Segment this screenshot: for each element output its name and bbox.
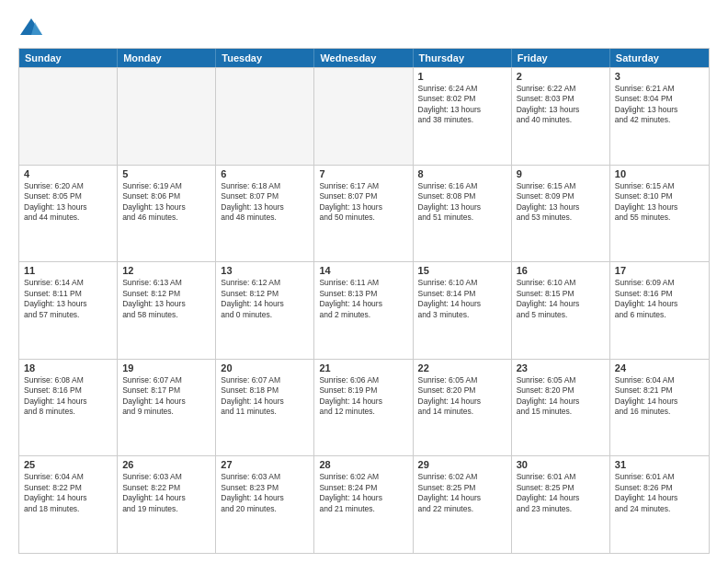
- day-info: Sunrise: 6:24 AM Sunset: 8:02 PM Dayligh…: [418, 84, 506, 126]
- calendar-cell: 10Sunrise: 6:15 AM Sunset: 8:10 PM Dayli…: [610, 166, 709, 262]
- calendar-header: SundayMondayTuesdayWednesdayThursdayFrid…: [19, 49, 709, 67]
- calendar-cell: [19, 68, 118, 165]
- day-number: 19: [122, 362, 210, 373]
- day-info: Sunrise: 6:05 AM Sunset: 8:20 PM Dayligh…: [517, 375, 605, 418]
- day-info: Sunrise: 6:20 AM Sunset: 8:05 PM Dayligh…: [24, 181, 112, 224]
- calendar-header-cell: Saturday: [610, 49, 709, 67]
- calendar-cell: 29Sunrise: 6:02 AM Sunset: 8:25 PM Dayli…: [414, 456, 512, 553]
- calendar-cell: 12Sunrise: 6:13 AM Sunset: 8:12 PM Dayli…: [118, 262, 216, 359]
- calendar-cell: 18Sunrise: 6:08 AM Sunset: 8:16 PM Dayli…: [19, 360, 118, 456]
- calendar-cell: [216, 68, 314, 165]
- calendar-cell: 21Sunrise: 6:06 AM Sunset: 8:19 PM Dayli…: [314, 360, 413, 456]
- calendar-cell: 16Sunrise: 6:10 AM Sunset: 8:15 PM Dayli…: [512, 262, 610, 359]
- day-number: 26: [122, 459, 210, 470]
- calendar-cell: 5Sunrise: 6:19 AM Sunset: 8:06 PM Daylig…: [118, 166, 216, 262]
- day-number: 20: [221, 362, 309, 373]
- day-info: Sunrise: 6:06 AM Sunset: 8:19 PM Dayligh…: [319, 375, 407, 418]
- logo-icon: [18, 15, 44, 40]
- calendar-cell: 7Sunrise: 6:17 AM Sunset: 8:07 PM Daylig…: [314, 166, 413, 262]
- day-number: 18: [24, 362, 112, 373]
- day-number: 16: [517, 265, 605, 276]
- day-info: Sunrise: 6:17 AM Sunset: 8:07 PM Dayligh…: [319, 181, 407, 224]
- day-number: 14: [319, 265, 407, 276]
- day-info: Sunrise: 6:01 AM Sunset: 8:25 PM Dayligh…: [517, 472, 605, 514]
- day-number: 9: [517, 168, 605, 179]
- calendar-cell: 13Sunrise: 6:12 AM Sunset: 8:12 PM Dayli…: [216, 262, 314, 359]
- day-info: Sunrise: 6:12 AM Sunset: 8:12 PM Dayligh…: [221, 278, 309, 320]
- calendar-header-cell: Wednesday: [314, 49, 413, 67]
- day-number: 12: [122, 265, 210, 276]
- day-number: 28: [319, 459, 407, 470]
- calendar-week-row: 11Sunrise: 6:14 AM Sunset: 8:11 PM Dayli…: [19, 261, 709, 359]
- calendar-body: 1Sunrise: 6:24 AM Sunset: 8:02 PM Daylig…: [19, 67, 709, 553]
- calendar-cell: 27Sunrise: 6:03 AM Sunset: 8:23 PM Dayli…: [216, 456, 314, 553]
- calendar-header-cell: Thursday: [414, 49, 512, 67]
- day-info: Sunrise: 6:18 AM Sunset: 8:07 PM Dayligh…: [221, 181, 309, 224]
- day-number: 4: [24, 168, 112, 179]
- calendar-header-cell: Sunday: [19, 49, 118, 67]
- logo: [18, 15, 48, 40]
- calendar-cell: 6Sunrise: 6:18 AM Sunset: 8:07 PM Daylig…: [216, 166, 314, 262]
- day-number: 25: [24, 459, 112, 470]
- calendar-cell: 25Sunrise: 6:04 AM Sunset: 8:22 PM Dayli…: [19, 456, 118, 553]
- day-info: Sunrise: 6:19 AM Sunset: 8:06 PM Dayligh…: [122, 181, 210, 224]
- calendar-cell: 9Sunrise: 6:15 AM Sunset: 8:09 PM Daylig…: [512, 166, 610, 262]
- page: SundayMondayTuesdayWednesdayThursdayFrid…: [0, 0, 728, 563]
- day-info: Sunrise: 6:10 AM Sunset: 8:14 PM Dayligh…: [418, 278, 506, 320]
- calendar-week-row: 4Sunrise: 6:20 AM Sunset: 8:05 PM Daylig…: [19, 165, 709, 262]
- day-info: Sunrise: 6:04 AM Sunset: 8:21 PM Dayligh…: [615, 375, 704, 418]
- day-number: 31: [615, 459, 704, 470]
- day-info: Sunrise: 6:15 AM Sunset: 8:10 PM Dayligh…: [615, 181, 704, 224]
- calendar-cell: 8Sunrise: 6:16 AM Sunset: 8:08 PM Daylig…: [414, 166, 512, 262]
- calendar-cell: 11Sunrise: 6:14 AM Sunset: 8:11 PM Dayli…: [19, 262, 118, 359]
- day-info: Sunrise: 6:14 AM Sunset: 8:11 PM Dayligh…: [24, 278, 112, 320]
- calendar-cell: 30Sunrise: 6:01 AM Sunset: 8:25 PM Dayli…: [512, 456, 610, 553]
- calendar-cell: 28Sunrise: 6:02 AM Sunset: 8:24 PM Dayli…: [314, 456, 413, 553]
- day-number: 8: [418, 168, 506, 179]
- day-info: Sunrise: 6:11 AM Sunset: 8:13 PM Dayligh…: [319, 278, 407, 320]
- day-number: 21: [319, 362, 407, 373]
- day-number: 6: [221, 168, 309, 179]
- calendar-cell: 2Sunrise: 6:22 AM Sunset: 8:03 PM Daylig…: [512, 68, 610, 165]
- day-info: Sunrise: 6:01 AM Sunset: 8:26 PM Dayligh…: [615, 472, 704, 514]
- day-number: 3: [615, 71, 704, 82]
- day-info: Sunrise: 6:15 AM Sunset: 8:09 PM Dayligh…: [517, 181, 605, 224]
- calendar-cell: 3Sunrise: 6:21 AM Sunset: 8:04 PM Daylig…: [610, 68, 709, 165]
- day-number: 30: [517, 459, 605, 470]
- day-number: 5: [122, 168, 210, 179]
- calendar-cell: 20Sunrise: 6:07 AM Sunset: 8:18 PM Dayli…: [216, 360, 314, 456]
- day-number: 23: [517, 362, 605, 373]
- day-info: Sunrise: 6:05 AM Sunset: 8:20 PM Dayligh…: [418, 375, 506, 418]
- calendar-week-row: 1Sunrise: 6:24 AM Sunset: 8:02 PM Daylig…: [19, 67, 709, 165]
- calendar-cell: [314, 68, 413, 165]
- day-info: Sunrise: 6:21 AM Sunset: 8:04 PM Dayligh…: [615, 84, 704, 126]
- calendar: SundayMondayTuesdayWednesdayThursdayFrid…: [18, 48, 710, 554]
- calendar-week-row: 18Sunrise: 6:08 AM Sunset: 8:16 PM Dayli…: [19, 359, 709, 456]
- calendar-cell: 15Sunrise: 6:10 AM Sunset: 8:14 PM Dayli…: [414, 262, 512, 359]
- day-info: Sunrise: 6:08 AM Sunset: 8:16 PM Dayligh…: [24, 375, 112, 418]
- day-info: Sunrise: 6:22 AM Sunset: 8:03 PM Dayligh…: [517, 84, 605, 126]
- calendar-cell: 1Sunrise: 6:24 AM Sunset: 8:02 PM Daylig…: [414, 68, 512, 165]
- calendar-header-cell: Tuesday: [216, 49, 314, 67]
- day-number: 13: [221, 265, 309, 276]
- day-number: 15: [418, 265, 506, 276]
- calendar-cell: 23Sunrise: 6:05 AM Sunset: 8:20 PM Dayli…: [512, 360, 610, 456]
- calendar-cell: 17Sunrise: 6:09 AM Sunset: 8:16 PM Dayli…: [610, 262, 709, 359]
- calendar-header-cell: Monday: [118, 49, 216, 67]
- day-number: 10: [615, 168, 704, 179]
- calendar-week-row: 25Sunrise: 6:04 AM Sunset: 8:22 PM Dayli…: [19, 455, 709, 553]
- calendar-cell: 31Sunrise: 6:01 AM Sunset: 8:26 PM Dayli…: [610, 456, 709, 553]
- calendar-cell: 24Sunrise: 6:04 AM Sunset: 8:21 PM Dayli…: [610, 360, 709, 456]
- day-number: 2: [517, 71, 605, 82]
- calendar-header-cell: Friday: [512, 49, 610, 67]
- calendar-cell: 4Sunrise: 6:20 AM Sunset: 8:05 PM Daylig…: [19, 166, 118, 262]
- day-number: 22: [418, 362, 506, 373]
- day-info: Sunrise: 6:07 AM Sunset: 8:18 PM Dayligh…: [221, 375, 309, 418]
- day-info: Sunrise: 6:10 AM Sunset: 8:15 PM Dayligh…: [517, 278, 605, 320]
- day-info: Sunrise: 6:16 AM Sunset: 8:08 PM Dayligh…: [418, 181, 506, 224]
- day-number: 17: [615, 265, 704, 276]
- calendar-cell: 22Sunrise: 6:05 AM Sunset: 8:20 PM Dayli…: [414, 360, 512, 456]
- day-info: Sunrise: 6:03 AM Sunset: 8:22 PM Dayligh…: [122, 472, 210, 514]
- header: [18, 15, 710, 40]
- day-info: Sunrise: 6:07 AM Sunset: 8:17 PM Dayligh…: [122, 375, 210, 418]
